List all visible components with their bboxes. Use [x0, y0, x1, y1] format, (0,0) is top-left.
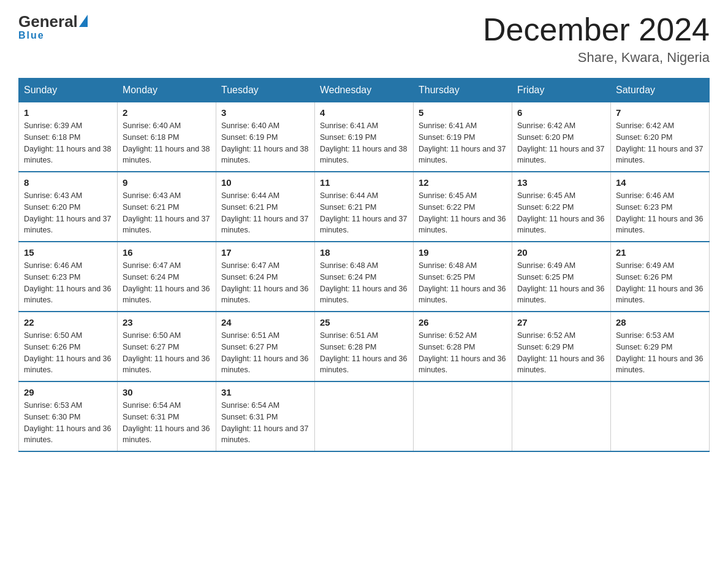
day-number: 28 [616, 317, 704, 327]
page-header: General Blue December 2024 Share, Kwara,… [18, 12, 710, 66]
day-number: 11 [320, 177, 408, 188]
day-info: Sunrise: 6:39 AMSunset: 6:18 PMDaylight:… [24, 120, 112, 166]
day-info: Sunrise: 6:42 AMSunset: 6:20 PMDaylight:… [517, 120, 605, 166]
day-info: Sunrise: 6:54 AMSunset: 6:31 PMDaylight:… [123, 400, 211, 446]
day-info: Sunrise: 6:45 AMSunset: 6:22 PMDaylight:… [419, 190, 507, 236]
day-info: Sunrise: 6:48 AMSunset: 6:24 PMDaylight:… [320, 260, 408, 306]
day-info: Sunrise: 6:48 AMSunset: 6:25 PMDaylight:… [419, 260, 507, 306]
calendar-cell: 25Sunrise: 6:51 AMSunset: 6:28 PMDayligh… [315, 312, 414, 381]
day-number: 21 [616, 247, 704, 258]
calendar-cell: 13Sunrise: 6:45 AMSunset: 6:22 PMDayligh… [512, 172, 611, 242]
day-number: 5 [419, 107, 507, 118]
calendar-cell: 16Sunrise: 6:47 AMSunset: 6:24 PMDayligh… [118, 242, 216, 312]
calendar-cell [611, 381, 710, 451]
day-info: Sunrise: 6:50 AMSunset: 6:26 PMDaylight:… [24, 330, 112, 376]
calendar-header-thursday: Thursday [414, 79, 512, 102]
day-number: 13 [517, 177, 605, 188]
day-info: Sunrise: 6:40 AMSunset: 6:18 PMDaylight:… [123, 120, 211, 166]
day-number: 3 [221, 107, 309, 118]
calendar-header-saturday: Saturday [611, 79, 710, 102]
day-number: 25 [320, 317, 408, 327]
day-number: 7 [616, 107, 704, 118]
calendar-cell: 20Sunrise: 6:49 AMSunset: 6:25 PMDayligh… [512, 242, 611, 312]
day-info: Sunrise: 6:51 AMSunset: 6:28 PMDaylight:… [320, 330, 408, 376]
day-number: 16 [123, 247, 211, 258]
month-title: December 2024 [483, 12, 710, 47]
day-info: Sunrise: 6:52 AMSunset: 6:29 PMDaylight:… [517, 330, 605, 376]
day-number: 18 [320, 247, 408, 258]
calendar-cell: 24Sunrise: 6:51 AMSunset: 6:27 PMDayligh… [216, 312, 315, 381]
calendar-cell: 5Sunrise: 6:41 AMSunset: 6:19 PMDaylight… [414, 102, 512, 172]
calendar-cell [315, 381, 414, 451]
day-number: 29 [24, 387, 112, 397]
calendar-header-friday: Friday [512, 79, 611, 102]
calendar-cell: 10Sunrise: 6:44 AMSunset: 6:21 PMDayligh… [216, 172, 315, 242]
calendar-cell: 7Sunrise: 6:42 AMSunset: 6:20 PMDaylight… [611, 102, 710, 172]
day-number: 30 [123, 387, 211, 397]
calendar-cell: 11Sunrise: 6:44 AMSunset: 6:21 PMDayligh… [315, 172, 414, 242]
day-number: 24 [221, 317, 309, 327]
logo-general-text: General [18, 12, 78, 31]
day-number: 14 [616, 177, 704, 188]
calendar-cell: 27Sunrise: 6:52 AMSunset: 6:29 PMDayligh… [512, 312, 611, 381]
calendar-header-row: SundayMondayTuesdayWednesdayThursdayFrid… [19, 79, 710, 102]
day-info: Sunrise: 6:50 AMSunset: 6:27 PMDaylight:… [123, 330, 211, 376]
day-number: 23 [123, 317, 211, 327]
day-number: 26 [419, 317, 507, 327]
day-number: 31 [221, 387, 309, 397]
calendar-week-row: 15Sunrise: 6:46 AMSunset: 6:23 PMDayligh… [19, 242, 710, 312]
day-number: 27 [517, 317, 605, 327]
calendar-cell: 1Sunrise: 6:39 AMSunset: 6:18 PMDaylight… [19, 102, 118, 172]
day-info: Sunrise: 6:47 AMSunset: 6:24 PMDaylight:… [221, 260, 309, 306]
day-info: Sunrise: 6:44 AMSunset: 6:21 PMDaylight:… [320, 190, 408, 236]
day-info: Sunrise: 6:43 AMSunset: 6:21 PMDaylight:… [123, 190, 211, 236]
calendar-week-row: 22Sunrise: 6:50 AMSunset: 6:26 PMDayligh… [19, 312, 710, 381]
day-info: Sunrise: 6:54 AMSunset: 6:31 PMDaylight:… [221, 400, 309, 446]
day-info: Sunrise: 6:53 AMSunset: 6:29 PMDaylight:… [616, 330, 704, 376]
calendar-header-monday: Monday [118, 79, 216, 102]
calendar-table: SundayMondayTuesdayWednesdayThursdayFrid… [18, 78, 710, 452]
logo-triangle-icon [79, 15, 88, 27]
day-info: Sunrise: 6:46 AMSunset: 6:23 PMDaylight:… [24, 260, 112, 306]
location-title: Share, Kwara, Nigeria [483, 50, 710, 66]
calendar-cell: 21Sunrise: 6:49 AMSunset: 6:26 PMDayligh… [611, 242, 710, 312]
day-number: 22 [24, 317, 112, 327]
calendar-cell: 29Sunrise: 6:53 AMSunset: 6:30 PMDayligh… [19, 381, 118, 451]
calendar-cell: 14Sunrise: 6:46 AMSunset: 6:23 PMDayligh… [611, 172, 710, 242]
day-number: 19 [419, 247, 507, 258]
calendar-week-row: 1Sunrise: 6:39 AMSunset: 6:18 PMDaylight… [19, 102, 710, 172]
day-info: Sunrise: 6:42 AMSunset: 6:20 PMDaylight:… [616, 120, 704, 166]
calendar-cell: 22Sunrise: 6:50 AMSunset: 6:26 PMDayligh… [19, 312, 118, 381]
calendar-cell: 19Sunrise: 6:48 AMSunset: 6:25 PMDayligh… [414, 242, 512, 312]
day-info: Sunrise: 6:53 AMSunset: 6:30 PMDaylight:… [24, 400, 112, 446]
day-number: 17 [221, 247, 309, 258]
calendar-cell: 9Sunrise: 6:43 AMSunset: 6:21 PMDaylight… [118, 172, 216, 242]
logo-blue-text: Blue [18, 30, 45, 41]
calendar-cell: 3Sunrise: 6:40 AMSunset: 6:19 PMDaylight… [216, 102, 315, 172]
day-number: 1 [24, 107, 112, 118]
calendar-cell: 23Sunrise: 6:50 AMSunset: 6:27 PMDayligh… [118, 312, 216, 381]
day-info: Sunrise: 6:44 AMSunset: 6:21 PMDaylight:… [221, 190, 309, 236]
calendar-cell: 15Sunrise: 6:46 AMSunset: 6:23 PMDayligh… [19, 242, 118, 312]
calendar-cell: 31Sunrise: 6:54 AMSunset: 6:31 PMDayligh… [216, 381, 315, 451]
day-number: 8 [24, 177, 112, 188]
day-info: Sunrise: 6:41 AMSunset: 6:19 PMDaylight:… [419, 120, 507, 166]
calendar-cell [414, 381, 512, 451]
calendar-header-sunday: Sunday [19, 79, 118, 102]
day-number: 2 [123, 107, 211, 118]
calendar-cell [512, 381, 611, 451]
day-info: Sunrise: 6:43 AMSunset: 6:20 PMDaylight:… [24, 190, 112, 236]
calendar-cell: 4Sunrise: 6:41 AMSunset: 6:19 PMDaylight… [315, 102, 414, 172]
day-info: Sunrise: 6:49 AMSunset: 6:26 PMDaylight:… [616, 260, 704, 306]
day-number: 20 [517, 247, 605, 258]
day-info: Sunrise: 6:40 AMSunset: 6:19 PMDaylight:… [221, 120, 309, 166]
calendar-cell: 8Sunrise: 6:43 AMSunset: 6:20 PMDaylight… [19, 172, 118, 242]
calendar-cell: 17Sunrise: 6:47 AMSunset: 6:24 PMDayligh… [216, 242, 315, 312]
calendar-cell: 12Sunrise: 6:45 AMSunset: 6:22 PMDayligh… [414, 172, 512, 242]
day-number: 15 [24, 247, 112, 258]
day-number: 12 [419, 177, 507, 188]
calendar-cell: 28Sunrise: 6:53 AMSunset: 6:29 PMDayligh… [611, 312, 710, 381]
day-info: Sunrise: 6:49 AMSunset: 6:25 PMDaylight:… [517, 260, 605, 306]
calendar-cell: 30Sunrise: 6:54 AMSunset: 6:31 PMDayligh… [118, 381, 216, 451]
title-block: December 2024 Share, Kwara, Nigeria [483, 12, 710, 66]
